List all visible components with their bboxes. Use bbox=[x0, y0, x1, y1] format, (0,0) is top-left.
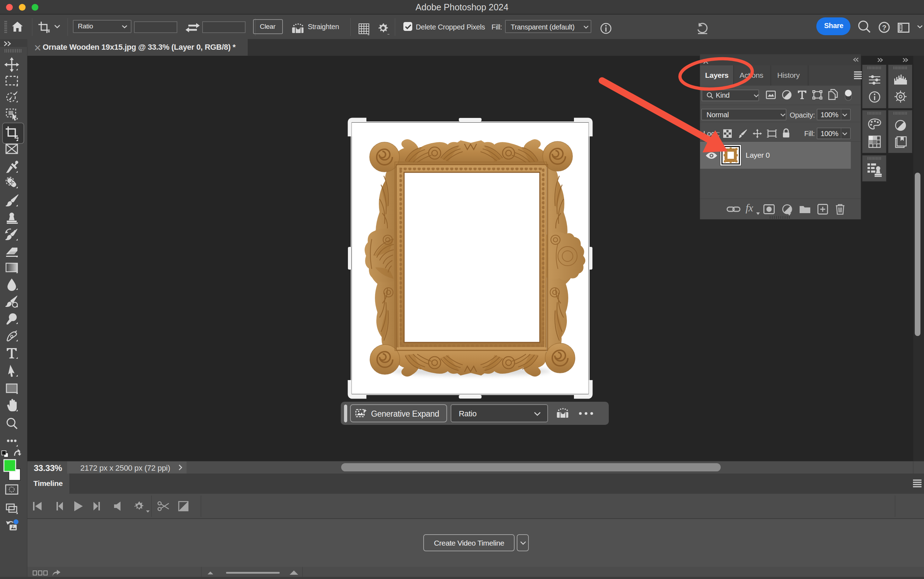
svg-text:?: ? bbox=[882, 24, 886, 32]
